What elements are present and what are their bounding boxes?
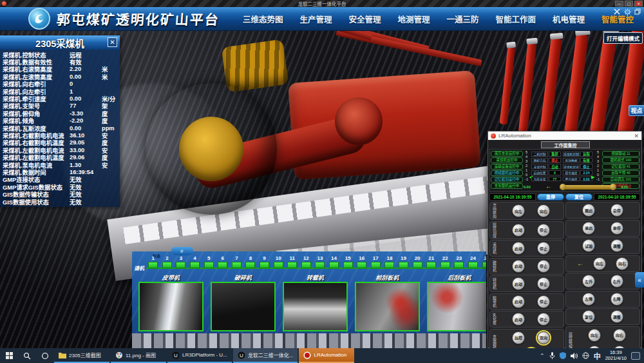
camera-video[interactable] bbox=[283, 282, 348, 331]
mode-button[interactable]: 采煤机远控中 bbox=[491, 157, 523, 163]
control-button[interactable]: 左升 bbox=[582, 275, 595, 288]
group-label: 胶带机 bbox=[490, 294, 498, 309]
camera-video[interactable] bbox=[138, 282, 204, 331]
search-icon[interactable] bbox=[18, 348, 36, 363]
speaker-icon[interactable] bbox=[571, 353, 578, 359]
control-button[interactable]: 右降 bbox=[611, 293, 623, 306]
support-indicator: 5 bbox=[202, 255, 216, 273]
mode-button[interactable]: 视频跟机运行中 bbox=[491, 170, 523, 176]
support-number: 12 bbox=[303, 255, 309, 261]
control-button[interactable]: 向右 bbox=[613, 329, 626, 342]
control-button[interactable]: 启动 bbox=[512, 260, 525, 273]
control-button[interactable]: 启动 bbox=[512, 224, 525, 237]
camera-video[interactable] bbox=[355, 282, 420, 331]
nav-item-7[interactable]: 机电管理 bbox=[553, 13, 585, 25]
taskbar-item-1[interactable]: 2305三维截图 bbox=[54, 348, 109, 363]
support-number: 9 bbox=[263, 255, 265, 261]
shield-icon[interactable] bbox=[560, 352, 566, 359]
notification-center-icon[interactable] bbox=[631, 352, 640, 360]
nav-item-2[interactable]: 生产管理 bbox=[300, 13, 332, 25]
window-title: 龙软二三维一体化平台 bbox=[0, 0, 644, 7]
restore-icon[interactable] bbox=[634, 8, 641, 15]
mini-telemetry-label: 采煤机状态 bbox=[563, 164, 580, 169]
open-edit-mode-button[interactable]: 打开编辑模式 bbox=[603, 32, 643, 44]
control-button[interactable]: 左降 bbox=[582, 293, 595, 306]
control-button[interactable]: 停止 bbox=[537, 277, 550, 290]
support-number: 18 bbox=[386, 255, 392, 261]
control-button[interactable]: 停止 bbox=[537, 313, 550, 326]
control-button[interactable]: 调整 bbox=[611, 310, 623, 323]
control-button[interactable]: 远控 bbox=[512, 331, 525, 344]
control-button[interactable]: 双向 bbox=[537, 331, 550, 344]
gear-icon[interactable] bbox=[623, 8, 631, 15]
control-button[interactable]: 顺启 bbox=[582, 204, 595, 217]
start-button[interactable] bbox=[0, 348, 18, 363]
close-button[interactable]: ✕ bbox=[634, 1, 643, 6]
nav-item-5[interactable]: 一通三防 bbox=[447, 13, 479, 25]
mode-button[interactable]: 运输设备远控中 bbox=[491, 164, 523, 170]
camera-video[interactable] bbox=[427, 282, 486, 331]
tray-expand-icon[interactable]: ⌃ bbox=[540, 353, 545, 359]
reset-button[interactable]: 复位 bbox=[565, 193, 592, 201]
function-button[interactable]: 跟机模式 100 bbox=[602, 157, 639, 163]
taskbar-item-2[interactable]: 11.png - 画图 bbox=[111, 348, 166, 363]
control-button[interactable]: 总停 bbox=[611, 204, 623, 217]
control-button[interactable]: 启动 bbox=[512, 242, 525, 255]
close-icon[interactable]: ✕ bbox=[634, 133, 639, 139]
viewpoint-tab[interactable]: 视点 bbox=[629, 105, 644, 116]
lr-titlebar[interactable]: LRAutomation ✕ bbox=[488, 132, 641, 140]
control-button[interactable]: 向左 bbox=[593, 257, 606, 270]
unreal-icon: U bbox=[238, 351, 245, 359]
control-button[interactable]: 右升 bbox=[611, 275, 623, 288]
control-button[interactable]: 向右 bbox=[537, 204, 550, 217]
wrench-icon[interactable] bbox=[613, 8, 621, 15]
nav-item-4[interactable]: 地测管理 bbox=[398, 13, 430, 25]
control-button[interactable]: 向左 bbox=[512, 204, 525, 217]
taskbar-item-label: LRAutomation bbox=[314, 352, 346, 358]
control-button[interactable]: 单启 bbox=[582, 222, 595, 235]
nav-item-3[interactable]: 安全管理 bbox=[349, 13, 381, 25]
network-globe-icon[interactable] bbox=[582, 352, 589, 359]
chevron-down-icon: « bbox=[179, 250, 185, 253]
close-icon[interactable]: ✕ bbox=[108, 37, 117, 47]
nav-item-1[interactable]: 三维态势图 bbox=[243, 13, 283, 25]
ime-indicator[interactable]: 中 bbox=[594, 351, 601, 361]
nav-item-6[interactable]: 智能工作面 bbox=[496, 13, 536, 25]
control-button[interactable]: 启动 bbox=[512, 277, 525, 290]
microphone-icon[interactable] bbox=[549, 352, 555, 359]
panel-header[interactable]: 2305采煤机 ✕ bbox=[0, 35, 120, 50]
control-button[interactable]: 调整 bbox=[611, 239, 623, 252]
collapse-panel-tab[interactable]: « bbox=[635, 272, 644, 288]
control-button[interactable]: 停止 bbox=[537, 260, 550, 273]
gauge-tick: 0 bbox=[597, 173, 599, 177]
control-button[interactable]: 单停 bbox=[611, 222, 623, 235]
control-button[interactable]: 启动 bbox=[512, 295, 525, 308]
window-titlebar[interactable]: 龙软二三维一体化平台 — ▢ ✕ bbox=[0, 0, 644, 7]
control-button[interactable]: 停止 bbox=[537, 242, 550, 255]
control-button[interactable]: 停止 bbox=[537, 295, 550, 308]
control-button[interactable]: 复位 bbox=[582, 310, 595, 323]
control-button[interactable]: 向左 bbox=[588, 329, 601, 342]
tab-workface-control[interactable]: 工作面集控 bbox=[541, 141, 590, 148]
clock[interactable]: 16:39 2021/4/10 bbox=[605, 350, 627, 361]
taskbar-item-5[interactable]: LRAutomation bbox=[299, 348, 354, 363]
shearer-drum-rear bbox=[222, 39, 289, 93]
cortana-icon[interactable] bbox=[36, 348, 54, 363]
control-button[interactable]: 停止 bbox=[537, 224, 550, 237]
taskbar-item-4[interactable]: U龙软二三维一体化... bbox=[233, 348, 298, 363]
control-button[interactable]: 向右 bbox=[616, 257, 629, 270]
function-button[interactable]: 视频联动 11 bbox=[602, 151, 639, 157]
control-button[interactable]: 试验 bbox=[582, 239, 595, 252]
maximize-button[interactable]: ▢ bbox=[625, 1, 633, 6]
function-button[interactable]: 远程干预 45 bbox=[602, 170, 639, 176]
support-indicator: 3 bbox=[174, 255, 188, 273]
estop-button[interactable]: 急停 bbox=[537, 193, 564, 201]
minimize-button[interactable]: — bbox=[615, 1, 623, 6]
control-button[interactable]: 启动 bbox=[512, 313, 525, 326]
camera-video[interactable] bbox=[211, 282, 276, 331]
taskbar-item-label: LR3DPlatform - U... bbox=[182, 352, 227, 358]
function-button[interactable]: 记忆截割 41 bbox=[602, 164, 639, 170]
mode-button[interactable]: 液压支架远控中 bbox=[491, 151, 523, 157]
collapse-bottom-tab[interactable]: « bbox=[171, 247, 193, 255]
taskbar-item-3[interactable]: ULR3DPlatform - U... bbox=[167, 348, 232, 363]
